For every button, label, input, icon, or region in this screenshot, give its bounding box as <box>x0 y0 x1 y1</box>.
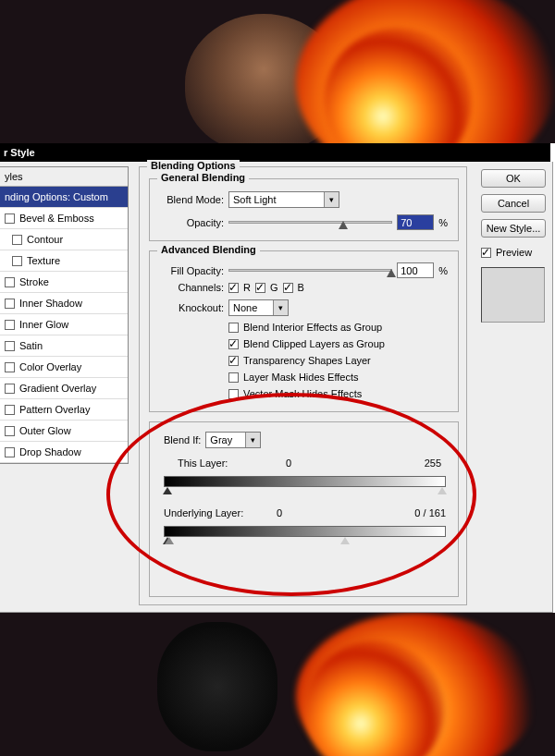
blend-if-select[interactable]: Gray <box>205 432 261 448</box>
preview-swatch <box>481 267 545 323</box>
new-style-button[interactable]: New Style... <box>481 219 546 238</box>
background-image-bottom <box>0 613 555 756</box>
style-item-drop-shadow[interactable]: Drop Shadow <box>0 442 128 463</box>
style-item-stroke[interactable]: Stroke <box>0 272 128 293</box>
this-layer-black-stop[interactable] <box>163 487 172 494</box>
style-item-contour[interactable]: Contour <box>0 229 128 250</box>
fill-opacity-label: Fill Opacity: <box>161 265 224 276</box>
layer-style-dialog: yles nding Options: Custom Bevel & Embos… <box>0 162 553 613</box>
blend-mode-label: Blend Mode: <box>161 194 224 205</box>
style-item-outer-glow[interactable]: Outer Glow <box>0 421 128 442</box>
background-image-top <box>0 0 555 143</box>
percent-label: % <box>438 217 448 228</box>
ok-button[interactable]: OK <box>481 169 546 188</box>
channel-r-checkbox[interactable] <box>228 283 239 293</box>
this-layer-high: 255 <box>425 457 441 469</box>
style-item-inner-shadow[interactable]: Inner Shadow <box>0 293 128 314</box>
blend-mode-select[interactable]: Soft Light <box>228 191 339 208</box>
opacity-value[interactable]: 70 <box>397 214 434 230</box>
chevron-down-icon <box>245 433 260 447</box>
opacity-label: Opacity: <box>161 217 224 228</box>
underlying-white-stop-split-a[interactable] <box>165 537 174 544</box>
styles-panel: yles nding Options: Custom Bevel & Embos… <box>0 166 129 464</box>
cancel-button[interactable]: Cancel <box>481 194 546 213</box>
style-item-blending-options[interactable]: nding Options: Custom <box>0 187 128 208</box>
blending-options-title: Blending Options <box>147 160 240 171</box>
channel-g-checkbox[interactable] <box>255 283 265 293</box>
underlying-white-stop-split-b[interactable] <box>340 537 350 544</box>
preview-label: Preview <box>496 247 532 258</box>
dialog-title: r Style <box>4 147 35 158</box>
channel-b-checkbox[interactable] <box>283 283 293 293</box>
percent-label: % <box>438 265 448 276</box>
underlying-layer-gradient[interactable] <box>164 526 446 537</box>
chevron-down-icon <box>324 192 339 207</box>
opt2-checkbox[interactable] <box>228 339 239 349</box>
knockout-select[interactable]: None <box>228 299 289 316</box>
this-layer-low: 0 <box>265 457 312 469</box>
styles-header[interactable]: yles <box>0 167 128 187</box>
opt5-checkbox[interactable] <box>228 389 239 399</box>
channels-label: Channels: <box>161 282 224 293</box>
blend-if-label: Blend If: <box>164 434 201 445</box>
this-layer-label: This Layer: <box>178 457 261 469</box>
fill-opacity-value[interactable]: 100 <box>397 262 434 278</box>
style-item-bevel-emboss[interactable]: Bevel & Emboss <box>0 208 128 229</box>
style-item-gradient-overlay[interactable]: Gradient Overlay <box>0 378 128 399</box>
advanced-blending-title: Advanced Blending <box>157 244 260 255</box>
opt4-checkbox[interactable] <box>228 372 239 383</box>
style-item-texture[interactable]: Texture <box>0 250 128 272</box>
style-item-inner-glow[interactable]: Inner Glow <box>0 314 128 335</box>
underlying-low: 0 <box>261 507 298 518</box>
style-item-color-overlay[interactable]: Color Overlay <box>0 357 128 378</box>
style-item-satin[interactable]: Satin <box>0 335 128 357</box>
general-blending-title: General Blending <box>157 172 249 183</box>
knockout-label: Knockout: <box>161 302 224 313</box>
underlying-high: 0 / 161 <box>414 507 446 518</box>
this-layer-gradient[interactable] <box>164 476 446 487</box>
opacity-slider[interactable] <box>228 221 392 224</box>
fill-opacity-slider[interactable] <box>228 269 392 272</box>
dialog-titlebar: r Style <box>0 143 550 162</box>
this-layer-white-stop[interactable] <box>438 487 447 494</box>
chevron-down-icon <box>273 300 288 315</box>
opt1-checkbox[interactable] <box>228 323 239 333</box>
preview-checkbox[interactable] <box>481 248 491 258</box>
style-item-pattern-overlay[interactable]: Pattern Overlay <box>0 399 128 421</box>
underlying-layer-label: Underlying Layer: <box>164 507 256 518</box>
opt3-checkbox[interactable] <box>228 356 239 366</box>
